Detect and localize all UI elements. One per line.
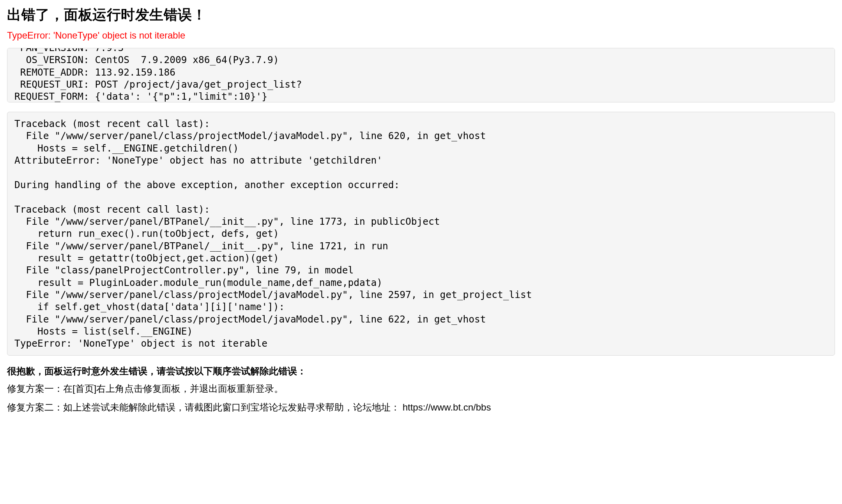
fix-step-2-prefix: 修复方案二：如上述尝试未能解除此错误，请截图此窗口到宝塔论坛发贴寻求帮助，论坛地… bbox=[7, 402, 400, 412]
error-summary: TypeError: 'NoneType' object is not iter… bbox=[7, 30, 835, 41]
fix-step-2: 修复方案二：如上述尝试未能解除此错误，请截图此窗口到宝塔论坛发贴寻求帮助，论坛地… bbox=[7, 400, 835, 415]
env-info-block: PAN_VERSION: 7.9.3 OS_VERSION: CentOS 7.… bbox=[7, 48, 835, 102]
page-title: 出错了，面板运行时发生错误！ bbox=[7, 5, 835, 25]
traceback-block: Traceback (most recent call last): File … bbox=[7, 112, 835, 356]
env-info-text: PAN_VERSION: 7.9.3 OS_VERSION: CentOS 7.… bbox=[14, 48, 768, 102]
forum-link[interactable]: https://www.bt.cn/bbs bbox=[403, 402, 491, 412]
fix-step-1: 修复方案一：在[首页]右上角点击修复面板，并退出面板重新登录。 bbox=[7, 381, 835, 396]
apology-heading: 很抱歉，面板运行时意外发生错误，请尝试按以下顺序尝试解除此错误： bbox=[7, 365, 835, 377]
